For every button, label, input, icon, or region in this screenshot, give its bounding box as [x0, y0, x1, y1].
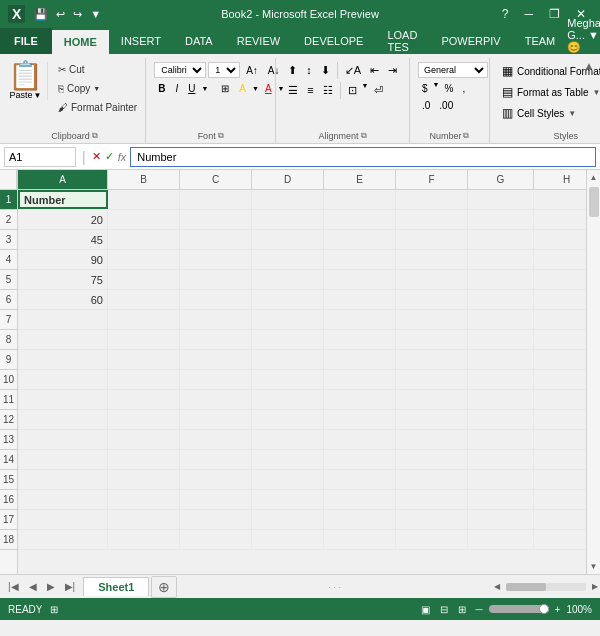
fill-color-btn[interactable]: A — [235, 81, 250, 96]
cell-c17[interactable] — [180, 510, 252, 529]
cell-d3[interactable] — [252, 230, 324, 249]
format-painter-button[interactable]: 🖌 Format Painter — [54, 100, 141, 115]
cell-b17[interactable] — [108, 510, 180, 529]
cell-e12[interactable] — [324, 410, 396, 429]
cell-a8[interactable] — [18, 330, 108, 349]
tab-data[interactable]: DATA — [173, 28, 225, 54]
cell-h12[interactable] — [534, 410, 586, 429]
cell-c15[interactable] — [180, 470, 252, 489]
accounting-dropdown[interactable]: ▼ — [433, 81, 440, 96]
row-header-3[interactable]: 3 — [0, 230, 17, 250]
save-quick-btn[interactable]: 💾 — [31, 6, 51, 23]
cell-h3[interactable] — [534, 230, 586, 249]
cell-c16[interactable] — [180, 490, 252, 509]
cell-d18[interactable] — [252, 530, 324, 549]
align-left-btn[interactable]: ☰ — [284, 82, 302, 99]
row-header-5[interactable]: 5 — [0, 270, 17, 290]
page-break-button[interactable]: ⊞ — [455, 603, 469, 616]
increase-decimal-btn[interactable]: .00 — [435, 98, 457, 113]
insert-function-button[interactable]: fx — [118, 151, 127, 163]
quick-access-dropdown[interactable]: ▼ — [87, 6, 104, 22]
cell-b18[interactable] — [108, 530, 180, 549]
number-format-select[interactable]: General — [418, 62, 488, 78]
cell-e17[interactable] — [324, 510, 396, 529]
add-sheet-button[interactable]: ⊕ — [151, 576, 177, 598]
cell-b13[interactable] — [108, 430, 180, 449]
copy-dropdown-icon[interactable]: ▼ — [93, 85, 100, 92]
row-header-9[interactable]: 9 — [0, 350, 17, 370]
align-middle-btn[interactable]: ↕ — [302, 62, 316, 79]
cell-h15[interactable] — [534, 470, 586, 489]
cell-g17[interactable] — [468, 510, 534, 529]
cell-e1[interactable] — [324, 190, 396, 209]
cell-d13[interactable] — [252, 430, 324, 449]
cell-f1[interactable] — [396, 190, 468, 209]
cell-e9[interactable] — [324, 350, 396, 369]
cell-a17[interactable] — [18, 510, 108, 529]
row-header-15[interactable]: 15 — [0, 470, 17, 490]
ribbon-collapse-button[interactable]: ▲ — [582, 58, 596, 73]
cell-g18[interactable] — [468, 530, 534, 549]
cell-c18[interactable] — [180, 530, 252, 549]
cell-d5[interactable] — [252, 270, 324, 289]
zoom-slider-thumb[interactable] — [539, 604, 549, 614]
cell-f7[interactable] — [396, 310, 468, 329]
cell-a9[interactable] — [18, 350, 108, 369]
format-as-table-button[interactable]: ▤ Format as Table ▼ — [498, 83, 600, 101]
paste-label-area[interactable]: Paste ▼ — [10, 90, 42, 100]
font-color-btn[interactable]: A — [261, 81, 276, 96]
cell-c1[interactable] — [180, 190, 252, 209]
cell-d4[interactable] — [252, 250, 324, 269]
zoom-slider[interactable] — [489, 605, 549, 613]
cell-e6[interactable] — [324, 290, 396, 309]
cell-f9[interactable] — [396, 350, 468, 369]
scroll-track[interactable] — [589, 185, 599, 559]
number-launcher-icon[interactable]: ⧉ — [463, 131, 469, 141]
cell-c8[interactable] — [180, 330, 252, 349]
cell-d9[interactable] — [252, 350, 324, 369]
cell-f14[interactable] — [396, 450, 468, 469]
cell-b2[interactable] — [108, 210, 180, 229]
cell-e11[interactable] — [324, 390, 396, 409]
cell-b16[interactable] — [108, 490, 180, 509]
cell-c5[interactable] — [180, 270, 252, 289]
cell-a15[interactable] — [18, 470, 108, 489]
row-header-4[interactable]: 4 — [0, 250, 17, 270]
alignment-launcher-icon[interactable]: ⧉ — [361, 131, 367, 141]
cell-h16[interactable] — [534, 490, 586, 509]
cell-f10[interactable] — [396, 370, 468, 389]
redo-quick-btn[interactable]: ↪ — [70, 6, 85, 23]
cell-g4[interactable] — [468, 250, 534, 269]
cell-h9[interactable] — [534, 350, 586, 369]
page-layout-button[interactable]: ⊟ — [437, 603, 451, 616]
cell-d11[interactable] — [252, 390, 324, 409]
cell-a1[interactable]: Number — [18, 190, 108, 209]
format-table-dropdown-icon[interactable]: ▼ — [593, 88, 601, 97]
cell-f18[interactable] — [396, 530, 468, 549]
tab-insert[interactable]: INSERT — [109, 28, 173, 54]
accounting-btn[interactable]: $ — [418, 81, 432, 96]
bold-button[interactable]: B — [154, 81, 169, 96]
cell-a13[interactable] — [18, 430, 108, 449]
cell-d14[interactable] — [252, 450, 324, 469]
cell-f5[interactable] — [396, 270, 468, 289]
decrease-decimal-btn[interactable]: .0 — [418, 98, 434, 113]
cell-b9[interactable] — [108, 350, 180, 369]
cell-a16[interactable] — [18, 490, 108, 509]
indent-decrease-btn[interactable]: ⇤ — [366, 62, 383, 79]
cell-f3[interactable] — [396, 230, 468, 249]
font-size-select[interactable]: 11 — [208, 62, 240, 78]
percent-btn[interactable]: % — [440, 81, 457, 96]
cell-a11[interactable] — [18, 390, 108, 409]
hscroll-thumb[interactable] — [506, 583, 546, 591]
sheet-nav-first[interactable]: |◀ — [4, 579, 23, 594]
row-header-8[interactable]: 8 — [0, 330, 17, 350]
cell-g6[interactable] — [468, 290, 534, 309]
cell-h8[interactable] — [534, 330, 586, 349]
cell-a12[interactable] — [18, 410, 108, 429]
cell-a6[interactable]: 60 — [18, 290, 108, 309]
cell-f11[interactable] — [396, 390, 468, 409]
cell-c14[interactable] — [180, 450, 252, 469]
tab-file[interactable]: FILE — [0, 28, 52, 54]
cell-styles-button[interactable]: ▥ Cell Styles ▼ — [498, 104, 600, 122]
